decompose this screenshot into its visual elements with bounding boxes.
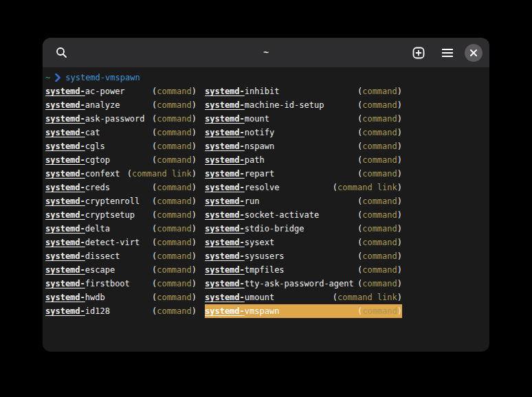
close-icon <box>470 49 477 56</box>
completion-item[interactable]: systemd-tty-ask-password-agent (command) <box>205 277 402 291</box>
completion-command: systemd-mount <box>205 112 269 126</box>
completion-annotation: (command) <box>357 222 402 236</box>
terminal-view[interactable]: ~ systemd-vmspawn systemd-ac-power (comm… <box>43 67 489 321</box>
completion-item[interactable]: systemd-sysext (command) <box>205 236 402 249</box>
completion-row: systemd-dissect (command) systemd-sysuse… <box>45 249 487 263</box>
completion-command: systemd-resolve <box>205 181 279 194</box>
completion-item[interactable]: systemd-nspawn (command) <box>205 139 402 153</box>
completion-item[interactable]: systemd-mount (command) <box>205 112 402 126</box>
completion-item[interactable]: systemd-cryptsetup (command) <box>45 208 197 222</box>
completion-command: systemd-cat <box>45 126 100 139</box>
completion-annotation: (command) <box>357 84 402 98</box>
completion-command: systemd-cryptenroll <box>45 194 140 208</box>
completion-annotation: (command) <box>357 263 402 277</box>
completion-item[interactable]: systemd-stdio-bridge (command) <box>205 222 402 236</box>
completion-annotation: (command link) <box>127 167 197 181</box>
completion-annotation: (command) <box>152 98 197 112</box>
completion-command: systemd-tmpfiles <box>205 263 285 277</box>
completion-annotation: (command) <box>357 194 402 208</box>
completion-command: systemd-inhibit <box>205 84 279 98</box>
completion-item[interactable]: systemd-dissect (command) <box>45 249 197 263</box>
completion-item[interactable]: systemd-socket-activate (command) <box>205 208 402 222</box>
completion-row: systemd-cryptenroll (command) systemd-ru… <box>45 194 487 208</box>
completion-annotation: (command) <box>357 277 402 291</box>
completion-item[interactable]: systemd-ask-password (command) <box>45 112 197 126</box>
completion-item[interactable]: systemd-firstboot (command) <box>45 277 197 291</box>
completion-command: systemd-path <box>205 153 265 167</box>
completion-row: systemd-creds (command) systemd-resolve … <box>45 181 487 194</box>
completion-item[interactable]: systemd-repart (command) <box>205 167 402 181</box>
completion-item[interactable]: systemd-resolve (command link) <box>205 181 402 194</box>
completion-row: systemd-cgtop (command) systemd-path (co… <box>45 153 487 167</box>
command-input[interactable]: systemd-vmspawn <box>65 71 140 84</box>
completion-annotation: (command) <box>152 291 197 304</box>
completion-command: systemd-dissect <box>45 249 120 263</box>
completion-row: systemd-cgls (command) systemd-nspawn (c… <box>45 139 487 153</box>
completion-annotation: (command) <box>357 112 402 126</box>
completion-annotation: (command) <box>357 126 402 139</box>
close-button[interactable] <box>465 44 483 62</box>
completion-item[interactable]: systemd-delta (command) <box>45 222 197 236</box>
completion-annotation: (command) <box>152 277 197 291</box>
completion-command: systemd-tty-ask-password-agent <box>205 277 354 291</box>
completion-item[interactable]: systemd-hwdb (command) <box>45 291 197 304</box>
completion-row: systemd-ac-power (command) systemd-inhib… <box>45 84 487 98</box>
completion-annotation: (command) <box>152 263 197 277</box>
completion-item[interactable]: systemd-cryptenroll (command) <box>45 194 197 208</box>
completion-command: systemd-firstboot <box>45 277 130 291</box>
completion-item[interactable]: systemd-sysusers (command) <box>205 249 402 263</box>
completion-annotation: (command) <box>357 153 402 167</box>
completion-item[interactable]: systemd-vmspawn (command) <box>205 304 402 318</box>
completion-annotation: (command) <box>152 153 197 167</box>
completion-command: systemd-creds <box>45 181 110 194</box>
completion-item[interactable]: systemd-confext (command link) <box>45 167 197 181</box>
completion-item[interactable]: systemd-path (command) <box>205 153 402 167</box>
completion-item[interactable]: systemd-cgls (command) <box>45 139 197 153</box>
completion-item[interactable]: systemd-analyze (command) <box>45 98 197 112</box>
completion-row: systemd-detect-virt (command) systemd-sy… <box>45 236 487 249</box>
completion-command: systemd-socket-activate <box>205 208 319 222</box>
completion-annotation: (command) <box>357 304 402 318</box>
completion-item[interactable]: systemd-umount (command link) <box>205 291 402 304</box>
search-button[interactable] <box>49 41 73 65</box>
prompt-line: ~ systemd-vmspawn <box>45 71 487 84</box>
completion-row: systemd-cat (command) systemd-notify (co… <box>45 126 487 139</box>
terminal-window: ~ <box>43 38 489 352</box>
completion-item[interactable]: systemd-tmpfiles (command) <box>205 263 402 277</box>
completion-row: systemd-escape (command) systemd-tmpfile… <box>45 263 487 277</box>
completion-command: systemd-ac-power <box>45 84 125 98</box>
completion-item[interactable]: systemd-run (command) <box>205 194 402 208</box>
completion-annotation: (command) <box>152 222 197 236</box>
completion-annotation: (command) <box>152 194 197 208</box>
headerbar: ~ <box>43 38 489 67</box>
completion-item[interactable]: systemd-detect-virt (command) <box>45 236 197 249</box>
prompt-cwd: ~ <box>45 71 50 84</box>
completion-item[interactable]: systemd-creds (command) <box>45 181 197 194</box>
completion-annotation: (command) <box>152 126 197 139</box>
completion-annotation: (command) <box>152 84 197 98</box>
completion-item[interactable]: systemd-inhibit (command) <box>205 84 402 98</box>
completion-item[interactable]: systemd-cgtop (command) <box>45 153 197 167</box>
completion-annotation: (command) <box>357 167 402 181</box>
completion-command: systemd-ask-password <box>45 112 145 126</box>
menu-button[interactable] <box>436 41 459 65</box>
completion-command: systemd-sysext <box>205 236 274 249</box>
completion-item[interactable]: systemd-escape (command) <box>45 263 197 277</box>
completion-item[interactable]: systemd-cat (command) <box>45 126 197 139</box>
completion-item[interactable]: systemd-machine-id-setup (command) <box>205 98 402 112</box>
completion-command: systemd-escape <box>45 263 115 277</box>
completion-annotation: (command) <box>152 112 197 126</box>
completion-command: systemd-stdio-bridge <box>205 222 304 236</box>
new-tab-icon <box>412 47 425 59</box>
completion-command: systemd-repart <box>205 167 274 181</box>
new-tab-button[interactable] <box>407 41 430 65</box>
completion-item[interactable]: systemd-ac-power (command) <box>45 84 197 98</box>
completion-annotation: (command) <box>152 304 197 318</box>
completion-item[interactable]: systemd-id128 (command) <box>45 304 197 318</box>
completion-annotation: (command) <box>357 208 402 222</box>
completion-row: systemd-ask-password (command) systemd-m… <box>45 112 487 126</box>
completion-command: systemd-machine-id-setup <box>205 98 324 112</box>
completion-row: systemd-firstboot (command) systemd-tty-… <box>45 277 487 291</box>
completion-list: systemd-ac-power (command) systemd-inhib… <box>45 84 487 318</box>
completion-item[interactable]: systemd-notify (command) <box>205 126 402 139</box>
